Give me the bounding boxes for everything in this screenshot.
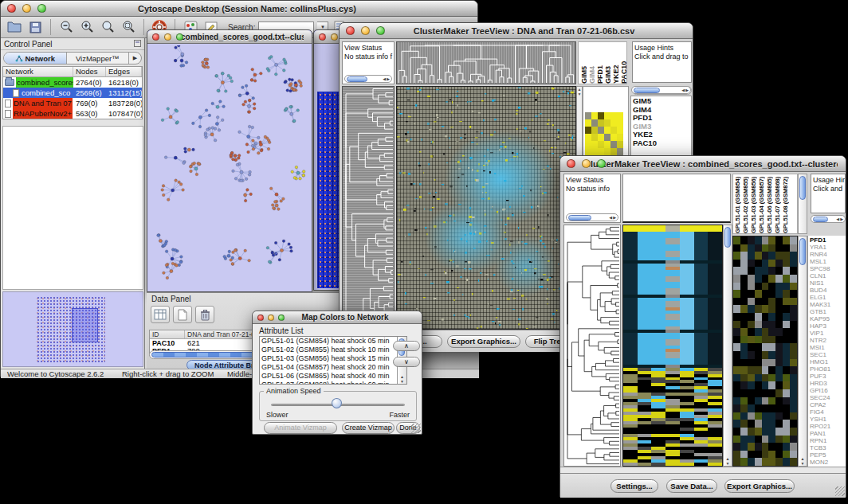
heatmap-main[interactable] <box>622 225 723 467</box>
attribute-list-item[interactable]: GPL51-06 (GSM865) heat shock 40 min <box>260 372 398 381</box>
zoom-heatmap-cell <box>598 112 604 119</box>
column-dendrogram[interactable] <box>396 41 576 84</box>
view-status-scrollbar[interactable]: ◀▶ <box>566 213 618 221</box>
main-title-bar[interactable]: Cytoscape Desktop (Session Name: collins… <box>1 1 477 17</box>
zoom-in-icon[interactable] <box>78 18 96 36</box>
delete-attribute-trash-icon[interactable] <box>195 306 214 323</box>
scrollbar-thumb[interactable] <box>347 76 367 82</box>
network-name: DNA and Tran 07 <box>13 98 73 108</box>
zoom-button[interactable] <box>597 159 606 168</box>
open-folder-icon[interactable] <box>6 18 23 36</box>
close-button[interactable] <box>567 159 575 168</box>
zoom-button[interactable] <box>176 33 183 41</box>
zoom-out-icon[interactable] <box>57 18 75 36</box>
tab-overflow-arrow[interactable]: ▶ <box>129 53 141 64</box>
gene-label: MAK31 <box>810 301 844 308</box>
scrollbar-arrows[interactable]: ◀▶ <box>609 214 617 221</box>
float-panel-icon[interactable] <box>134 40 141 49</box>
network-table-row[interactable]: DNA and Tran 07769(0)183728(0) <box>3 98 142 108</box>
column-gene-label: GIM3 <box>604 42 610 84</box>
edge-count: 183728(0) <box>106 98 142 108</box>
network-table-row[interactable]: combined_scores2764(0)16218(0) <box>3 77 142 88</box>
save-data-button[interactable]: Save Data... <box>666 479 717 493</box>
scrollbar-thumb[interactable] <box>634 88 660 93</box>
minimize-button[interactable] <box>361 26 370 35</box>
scrollbar-arrows[interactable]: ▲▼ <box>799 456 807 466</box>
treeview2-title: ClusterMaker TreeView : combined_scores_… <box>584 159 838 169</box>
control-panel: Control Panel Network VizMapper™ ▶ Netwo… <box>1 38 145 369</box>
zoom-fit-icon[interactable] <box>99 18 116 36</box>
attribute-listbox[interactable]: GPL51-01 (GSM854) heat shock 05 minGPL51… <box>259 336 407 385</box>
row-dendrogram[interactable] <box>563 225 621 467</box>
close-button[interactable] <box>257 315 264 321</box>
column-array-label: GPL51-07 (GSM868) <box>774 174 781 233</box>
network-table-row[interactable]: RNAPuberNov2+563(0)107847(0) <box>3 108 142 119</box>
network-name: combined_sco <box>21 88 71 98</box>
select-attributes-icon[interactable] <box>151 306 170 323</box>
attribute-list-item[interactable]: GPL51-07 (GSM868) heat shock 60 min <box>260 381 398 385</box>
close-button[interactable] <box>152 33 159 41</box>
export-graphics-button[interactable]: Export Graphics... <box>447 335 520 348</box>
settings-button[interactable]: Settings... <box>610 479 658 493</box>
view-status-scrollbar[interactable]: ◀▶ <box>344 75 392 83</box>
attribute-list-item[interactable]: GPL51-01 (GSM854) heat shock 05 min <box>260 337 398 346</box>
scrollbar-arrows[interactable]: ▲▼ <box>724 456 732 466</box>
scrollbar-thumb[interactable] <box>724 227 731 248</box>
minimize-button[interactable] <box>164 33 171 41</box>
scrollbar-thumb[interactable] <box>813 217 828 222</box>
gene-label: PEP5 <box>810 451 844 459</box>
close-button[interactable] <box>346 26 355 35</box>
scrollbar-arrows[interactable]: ◀▶ <box>383 76 391 83</box>
heatmap-hscrollbar[interactable] <box>560 467 846 473</box>
scrollbar-arrows[interactable]: ◀▶ <box>836 216 844 223</box>
zoom-button[interactable] <box>376 26 385 35</box>
close-button[interactable] <box>7 4 16 13</box>
resize-grip[interactable] <box>835 486 845 496</box>
gene-label: NIS1 <box>810 279 844 287</box>
usage-hints-scrollbar[interactable]: ◀▶ <box>811 215 846 223</box>
move-up-button[interactable]: ∧ <box>393 341 420 351</box>
heatmap-main[interactable] <box>396 86 576 330</box>
save-icon[interactable] <box>26 18 44 36</box>
move-down-button[interactable]: ∨ <box>393 357 420 367</box>
minimize-button[interactable] <box>582 159 591 168</box>
zoom-button[interactable] <box>278 315 285 321</box>
edge-count: 107847(0) <box>106 108 142 119</box>
scrollbar-arrows[interactable]: ▲▼ <box>398 374 406 384</box>
row-dendrogram[interactable] <box>342 86 395 330</box>
row-labels-scrollbar[interactable]: ◀▶ <box>631 86 691 94</box>
overview-viewport-rectangle[interactable] <box>72 308 98 342</box>
column-dendrogram-area[interactable] <box>622 174 731 223</box>
tab-network[interactable]: Network <box>4 53 67 64</box>
scrollbar-thumb[interactable] <box>799 238 806 265</box>
zoom-selected-icon[interactable] <box>120 18 137 36</box>
scrollbar-thumb[interactable] <box>568 215 591 221</box>
minimize-button[interactable] <box>268 315 274 321</box>
attribute-list-item[interactable]: GPL51-03 (GSM856) heat shock 15 min <box>260 354 398 363</box>
minimize-button[interactable] <box>22 4 31 13</box>
minimize-button[interactable] <box>331 33 338 41</box>
scrollbar-thumb[interactable] <box>799 176 806 200</box>
network-table-row[interactable]: combined_sco2569(6)13112(15) <box>3 88 142 98</box>
attribute-list-item[interactable]: GPL51-02 (GSM855) heat shock 10 min <box>260 346 398 354</box>
view-status-box: View Status No status info ◀▶ <box>563 174 621 223</box>
speed-slider-thumb[interactable] <box>332 398 342 408</box>
scrollbar-arrows[interactable]: ◀▶ <box>681 87 689 94</box>
create-vizmap-button[interactable]: Create Vizmap <box>342 422 395 434</box>
gene-labels-scrollbar[interactable]: ▲▼ <box>798 236 807 467</box>
zoom-button[interactable] <box>37 4 46 13</box>
heatmap-vscrollbar[interactable]: ▲▼ <box>723 225 732 467</box>
zoom-heatmap[interactable] <box>732 236 798 467</box>
export-graphics-button[interactable]: Export Graphics... <box>724 479 795 493</box>
zoom-heatmap-grid[interactable] <box>585 112 623 155</box>
tab-vizmapper[interactable]: VizMapper™ <box>67 53 130 64</box>
animate-vizmap-button[interactable]: Animate Vizmap <box>264 422 337 434</box>
new-attribute-icon[interactable] <box>173 306 192 323</box>
attribute-list-item[interactable]: GPL51-04 (GSM857) heat shock 20 min <box>260 363 398 372</box>
column-labels-scrollbar[interactable] <box>798 174 807 234</box>
network-canvas[interactable] <box>149 45 310 290</box>
row-gene-label: PAC10 <box>633 139 689 148</box>
close-button[interactable] <box>319 33 326 41</box>
resize-grip[interactable] <box>411 424 421 433</box>
network-overview-panel[interactable] <box>2 291 143 367</box>
